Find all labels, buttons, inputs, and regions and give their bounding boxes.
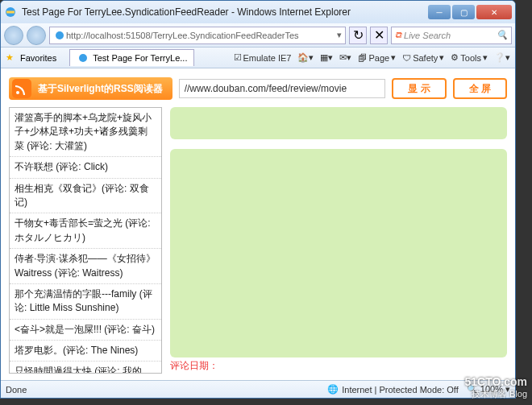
watermark: 51CTO.com 技术博客 Blog [464,375,527,400]
ie-page-icon [53,29,66,42]
ie-window: Test Page For TerryLee.SyndicationFeedRe… [0,0,516,399]
list-item[interactable]: <奋斗>就是一泡屎!!! (评论: 奋斗) [10,320,161,341]
search-box[interactable]: ⧉ Live Search 🔍 [391,27,512,44]
globe-icon: 🌐 [327,384,339,395]
list-item[interactable]: 塔罗电影。(评论: The Nines) [10,341,161,362]
window-title: Test Page For TerryLee.SyndicationFeedRe… [22,6,428,18]
list-item[interactable]: 干物女+毒舌部长=萤之光 (评论: ホタルノヒカリ) [10,213,161,249]
active-tab[interactable]: Test Page For TerryLe... [69,49,194,66]
safety-menu[interactable]: 🛡 Safety ▾ [402,52,444,63]
page-content: 基于Silverlight的RSS阅读器 显 示 全 屏 灌篮高手的脚本+乌龙院… [1,70,515,380]
stop-button[interactable]: ✕ [370,27,388,44]
watermark-main: 51CTO.com [464,375,527,388]
list-item[interactable]: 相生相克《双食记》(评论: 双食记) [10,179,161,214]
detail-column: 评论日期： [170,107,507,374]
rss-icon [12,79,31,98]
forward-button[interactable] [27,26,46,45]
help-button[interactable]: ❔▾ [494,52,510,63]
list-item[interactable]: 灌篮高手的脚本+乌龙院+旋风小子+少林足球+功夫+诸多残羹剩菜 (评论: 大灌篮… [10,108,161,157]
titlebar: Test Page For TerryLee.SyndicationFeedRe… [1,1,515,23]
mail-button[interactable]: ✉▾ [339,52,351,63]
favorites-label[interactable]: Favorites [20,53,56,63]
security-zone[interactable]: 🌐Internet | Protected Mode: Off [327,384,459,395]
page-menu[interactable]: 🗐 Page ▾ [358,52,396,63]
list-item[interactable]: 只怪時間過得太快 (评论: 我的 [10,362,161,374]
favorites-bar: ★ Favorites Test Page For TerryLe... ☑ E… [1,48,515,68]
list-item[interactable]: 那个充满温情的字眼---family (评论: Little Miss Suns… [10,284,161,320]
fullscreen-button[interactable]: 全 屏 [453,78,507,99]
refresh-button[interactable]: ↻ [349,27,367,44]
bing-icon: ⧉ [395,30,401,40]
detail-title-box [170,107,507,139]
search-placeholder: Live Search [404,31,451,40]
command-bar: ☑ Emulate IE7 🏠▾ ▦▾ ✉▾ 🗐 Page ▾ 🛡 Safety… [234,52,511,63]
ie-icon [4,6,17,19]
favorites-star-icon[interactable]: ★ [6,52,14,63]
status-done: Done [6,385,27,395]
nav-bar: http://localhost:51508/TerryLee.Syndicat… [1,23,515,48]
tools-menu[interactable]: ⚙ Tools ▾ [451,52,488,63]
svg-point-1 [56,31,64,39]
detail-content-box [170,149,507,357]
brand-text: 基于Silverlight的RSS阅读器 [38,82,163,96]
feeds-button[interactable]: ▦▾ [320,52,333,63]
main-row: 灌篮高手的脚本+乌龙院+旋风小子+少林足球+功夫+诸多残羹剩菜 (评论: 大灌篮… [9,107,507,374]
maximize-button[interactable]: ▢ [452,5,475,19]
address-url: http://localhost:51508/TerryLee.Syndicat… [66,31,337,40]
emulate-button[interactable]: ☑ Emulate IE7 [234,52,292,63]
tab-title: Test Page For TerryLe... [93,53,187,63]
tab-strip: Test Page For TerryLe... [69,49,194,66]
status-bar: Done 🌐Internet | Protected Mode: Off 🔍 1… [1,380,515,398]
feed-list[interactable]: 灌篮高手的脚本+乌龙院+旋风小子+少林足球+功夫+诸多残羹剩菜 (评论: 大灌篮… [9,107,162,374]
watermark-sub: 技术博客 Blog [464,388,527,400]
svg-point-2 [79,54,87,62]
back-button[interactable] [4,26,23,45]
review-date-label: 评论日期： [170,357,507,374]
address-bar[interactable]: http://localhost:51508/TerryLee.Syndicat… [49,27,346,44]
app-brand: 基于Silverlight的RSS阅读器 [9,77,172,100]
app-header: 基于Silverlight的RSS阅读器 显 示 全 屏 [9,75,507,102]
window-buttons: ─ ▢ ✕ [428,5,512,19]
dropdown-icon[interactable]: ▾ [337,30,342,40]
list-item[interactable]: 不许联想 (评论: Click) [10,157,161,178]
search-icon[interactable]: 🔍 [497,30,508,40]
list-item[interactable]: 侍者·导演·谋杀犯——《女招待》Waitress (评论: Waitress) [10,249,161,284]
home-button[interactable]: 🏠▾ [297,52,314,63]
minimize-button[interactable]: ─ [428,5,451,19]
close-button[interactable]: ✕ [476,5,512,19]
feed-url-input[interactable] [179,79,386,98]
show-button[interactable]: 显 示 [392,78,446,99]
ie-tab-icon [77,52,89,64]
